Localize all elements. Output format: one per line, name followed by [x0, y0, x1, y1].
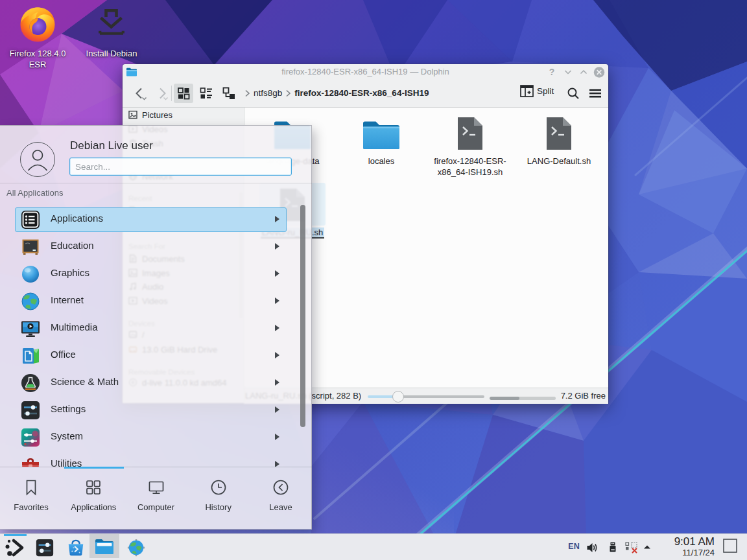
- internet-category-icon: [20, 291, 41, 312]
- clock-date: 11/17/24: [656, 548, 715, 557]
- split-button[interactable]: Split: [520, 85, 554, 97]
- folder-icon: [337, 114, 425, 150]
- footer-tab-applications[interactable]: Applications: [62, 467, 124, 530]
- education-category-icon: [20, 237, 41, 257]
- desktop-icon-install-debian[interactable]: Install Debian: [74, 4, 149, 59]
- computer-monitor-icon: [147, 478, 165, 496]
- category-utilities[interactable]: Utilities: [0, 451, 312, 467]
- category-applications[interactable]: Applications: [0, 206, 312, 233]
- footer-tab-computer[interactable]: Computer: [124, 467, 187, 530]
- office-category-icon: [20, 345, 41, 366]
- applications-category-icon: [20, 209, 41, 230]
- volume-tray-icon[interactable]: [586, 541, 599, 554]
- forward-button[interactable]: [152, 84, 171, 103]
- submenu-arrow-icon: [275, 434, 279, 440]
- file-item-script[interactable]: firefox-12840-ESR-x86_64-ISH19.sh: [426, 114, 514, 178]
- taskbar-discover-button[interactable]: [64, 535, 88, 559]
- search-button[interactable]: [563, 84, 583, 103]
- image-icon: [128, 110, 137, 119]
- submenu-arrow-icon: [275, 270, 279, 277]
- submenu-arrow-icon: [275, 325, 279, 331]
- science-category-icon: [20, 373, 41, 393]
- network-disconnected-tray-icon[interactable]: [624, 541, 639, 554]
- shell-script-icon: [515, 114, 603, 150]
- dolphin-titlebar[interactable]: firefox-12840-ESR-x86_64-ISH19 — Dolphin…: [123, 64, 608, 80]
- submenu-arrow-icon: [275, 379, 279, 386]
- section-label: All Applications: [6, 188, 63, 198]
- free-space-label: 7.2 GiB free: [561, 391, 606, 401]
- usb-device-tray-icon[interactable]: [607, 541, 619, 553]
- window-title: firefox-12840-ESR-x86_64-ISH19 — Dolphin: [123, 67, 608, 76]
- taskbar-launcher-button[interactable]: [3, 535, 27, 559]
- split-label: Split: [537, 86, 554, 96]
- search-input[interactable]: [70, 158, 291, 175]
- desktop-icon-label: Install Debian: [74, 48, 149, 59]
- file-item-folder[interactable]: locales: [337, 114, 425, 167]
- submenu-arrow-icon: [275, 406, 279, 413]
- graphics-category-icon: [20, 264, 41, 285]
- category-office[interactable]: Office: [0, 342, 312, 369]
- category-education[interactable]: Education: [0, 233, 312, 261]
- window-help-button[interactable]: ?: [546, 66, 558, 78]
- category-science[interactable]: Science & Math: [0, 369, 312, 397]
- firefox-icon: [18, 4, 58, 44]
- kickoff-icon: [4, 537, 26, 559]
- digital-clock[interactable]: 9:01 AM 11/17/24: [656, 535, 715, 557]
- system-category-icon: [20, 427, 41, 448]
- user-name: Debian Live user: [70, 139, 153, 152]
- taskbar-dolphin-task[interactable]: [89, 534, 119, 558]
- tray-expand-arrow[interactable]: [643, 543, 652, 551]
- places-item-pictures[interactable]: Pictures: [123, 108, 244, 122]
- category-internet[interactable]: Internet: [0, 288, 312, 315]
- favorites-bookmark-icon: [22, 478, 40, 496]
- view-mode-icons-button[interactable]: [174, 84, 193, 103]
- show-desktop-button[interactable]: [722, 537, 739, 554]
- breadcrumb-chevron-icon: [244, 89, 250, 97]
- breadcrumb: ntfs8gb firefox-12840-ESR-x86_64-ISH19: [244, 88, 429, 98]
- hamburger-menu-button[interactable]: [586, 84, 605, 103]
- submenu-arrow-icon: [275, 352, 279, 358]
- footer-tab-leave[interactable]: Leave: [250, 467, 312, 530]
- window-minimize-button[interactable]: [562, 66, 574, 78]
- footer-tab-favorites[interactable]: Favorites: [0, 467, 62, 530]
- view-mode-tree-button[interactable]: [219, 84, 239, 103]
- launcher-search[interactable]: [69, 158, 292, 176]
- user-avatar[interactable]: [20, 142, 55, 177]
- user-icon: [21, 143, 54, 176]
- file-name: firefox-12840-ESR-x86_64-ISH19.sh: [426, 156, 514, 178]
- leave-icon: [272, 478, 290, 496]
- file-name: LANG-Default.sh: [515, 156, 603, 167]
- toolbar-separator: [171, 86, 172, 101]
- category-system[interactable]: System: [0, 424, 312, 451]
- taskbar-systemsettings-button[interactable]: [33, 535, 56, 559]
- dolphin-icon: [94, 536, 115, 557]
- system-settings-icon: [35, 538, 54, 557]
- view-mode-compact-button[interactable]: [196, 84, 216, 103]
- category-graphics[interactable]: Graphics: [0, 261, 312, 288]
- utilities-category-icon: [20, 454, 41, 467]
- submenu-arrow-icon: [275, 298, 279, 304]
- footer-tab-history[interactable]: History: [187, 467, 250, 530]
- window-close-button[interactable]: [593, 66, 605, 78]
- desktop-icon-firefox[interactable]: Firefox 128.4.0 ESR: [0, 4, 75, 70]
- window-maximize-button[interactable]: [578, 66, 589, 78]
- category-settings[interactable]: Settings: [0, 397, 312, 424]
- submenu-arrow-icon: [275, 461, 279, 467]
- split-icon: [520, 85, 534, 97]
- globe-browser-icon: [126, 538, 146, 557]
- breadcrumb-chevron-icon: [285, 89, 291, 97]
- taskbar-panel: EN 9:01 AM 11/17/24: [0, 533, 747, 560]
- breadcrumb-root[interactable]: ntfs8gb: [254, 88, 282, 98]
- breadcrumb-current[interactable]: firefox-12840-ESR-x86_64-ISH19: [294, 88, 429, 98]
- category-multimedia[interactable]: Multimedia: [0, 315, 312, 342]
- history-clock-icon: [209, 478, 228, 496]
- applications-grid-icon: [84, 478, 102, 496]
- launcher-header-separator: [0, 183, 312, 183]
- keyboard-layout-indicator[interactable]: EN: [567, 542, 581, 551]
- taskbar-browser-button[interactable]: [124, 535, 148, 559]
- zoom-slider-knob[interactable]: [392, 391, 404, 402]
- back-button[interactable]: [130, 84, 150, 103]
- launcher-scrollbar[interactable]: [300, 205, 305, 427]
- shell-script-icon: [426, 114, 514, 150]
- file-item-script[interactable]: LANG-Default.sh: [515, 114, 603, 167]
